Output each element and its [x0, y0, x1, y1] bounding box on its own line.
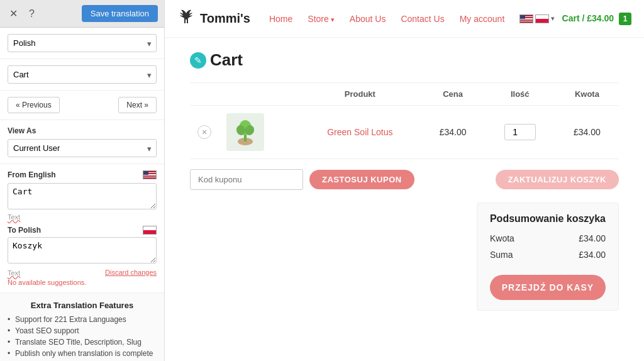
site-logo: Tommi's	[177, 8, 250, 30]
from-english-header: From English	[8, 170, 157, 179]
to-polish-label: To Polish	[8, 226, 41, 235]
kwota-label: Kwota	[490, 233, 514, 243]
cart-summary: Podsumowanie koszyka Kwota £34.00 Suma £…	[477, 203, 619, 311]
suma-label: Suma	[490, 250, 513, 260]
page-title: Cart	[210, 50, 243, 70]
from-english-field-type: Text	[8, 213, 157, 221]
checkout-button[interactable]: PRZEJDŹ DO KASY	[490, 275, 606, 300]
extra-features-list: Support for 221 Extra Languages Yoast SE…	[8, 315, 157, 361]
to-polish-textarea[interactable]: Koszyk	[8, 237, 157, 264]
qty-cell	[485, 106, 555, 159]
summary-kwota-row: Kwota £34.00	[490, 233, 606, 243]
view-as-select[interactable]: Current User	[8, 139, 157, 157]
product-price: £34.00	[440, 127, 467, 137]
coupon-row: ZASTOSUJ KUPON ZAKTUALIZUJ KOSZYK	[190, 169, 619, 190]
table-row: × G	[190, 106, 619, 159]
summary-suma-row: Suma £34.00	[490, 250, 606, 260]
no-suggestions-text: No available suggestions.	[8, 279, 157, 286]
col-remove	[190, 83, 219, 106]
next-button[interactable]: Next »	[118, 97, 157, 113]
deer-logo-icon	[177, 8, 195, 30]
list-item: Support for 221 Extra Languages	[8, 315, 157, 324]
total-cell: £34.00	[555, 106, 619, 159]
logo-text: Tommi's	[200, 11, 250, 26]
col-total: Kwota	[555, 83, 619, 106]
extra-features-section: Extra Translation Features Support for 2…	[0, 293, 164, 361]
product-image-cell	[219, 106, 299, 159]
suma-value: £34.00	[579, 250, 606, 260]
view-as-section: View As Current User	[0, 120, 164, 164]
nav-myaccount[interactable]: My account	[453, 10, 511, 28]
coupon-input[interactable]	[190, 169, 303, 190]
to-polish-field-type: Text	[8, 269, 20, 277]
product-image	[226, 113, 264, 151]
cart-title-icon: ✎	[190, 52, 206, 69]
price-cell: £34.00	[421, 106, 485, 159]
quantity-input[interactable]	[504, 124, 536, 140]
cart-title-row: ✎ Cart	[190, 50, 619, 70]
nav-right: ▾ Cart / £34.00 1	[519, 13, 631, 25]
view-as-label: View As	[8, 126, 157, 135]
nav-buttons-row: « Previous Next »	[0, 91, 164, 120]
save-translation-button[interactable]: Save translation	[82, 5, 158, 22]
from-english-textarea[interactable]: Cart	[8, 183, 157, 209]
summary-title: Podsumowanie koszyka	[490, 213, 606, 225]
language-flag-combo[interactable]: ▾	[519, 14, 555, 23]
col-price: Cena	[421, 83, 485, 106]
language-select-section: Polish	[0, 28, 164, 59]
col-product: Produkt	[299, 83, 421, 106]
help-button[interactable]: ?	[26, 7, 38, 21]
close-button[interactable]: ✕	[6, 6, 21, 21]
site-nav: Tommi's Home Store About Us Contact Us M…	[165, 0, 644, 38]
cart-count-badge: 1	[619, 13, 631, 25]
nav-links: Home Store About Us Contact Us My accoun…	[263, 10, 519, 28]
us-flag-icon	[143, 170, 157, 179]
from-english-label: From English	[8, 170, 56, 179]
nav-about[interactable]: About Us	[343, 10, 392, 28]
nav-store[interactable]: Store	[301, 10, 341, 28]
kwota-value: £34.00	[579, 233, 606, 243]
list-item: Translate SEO Title, Description, Slug	[8, 338, 157, 347]
update-cart-button[interactable]: ZAKTUALIZUJ KOSZYK	[496, 170, 619, 189]
main-content: ✎ Cart Produkt Cena Ilość Kwota ×	[165, 38, 644, 323]
nav-pl-flag-icon	[535, 14, 549, 23]
list-item: Yoast SEO support	[8, 326, 157, 335]
cart-label: Cart / £34.00	[562, 13, 614, 23]
right-panel: Tommi's Home Store About Us Contact Us M…	[165, 0, 644, 361]
list-item: Publish only when translation is complet…	[8, 349, 157, 358]
remove-item-button[interactable]: ×	[197, 125, 211, 139]
to-polish-footer: Text Discard changes	[8, 267, 157, 277]
extra-features-title: Extra Translation Features	[8, 301, 157, 310]
product-total: £34.00	[574, 127, 601, 137]
language-select[interactable]: Polish	[8, 34, 157, 52]
page-select[interactable]: Cart	[8, 65, 157, 84]
prev-button[interactable]: « Previous	[8, 97, 60, 113]
col-image	[219, 83, 299, 106]
nav-contact[interactable]: Contact Us	[394, 10, 450, 28]
top-bar: ✕ ? Save translation	[0, 0, 164, 28]
page-select-section: Cart	[0, 59, 164, 91]
col-qty: Ilość	[485, 83, 555, 106]
summary-wrapper: Podsumowanie koszyka Kwota £34.00 Suma £…	[190, 203, 619, 311]
cart-button[interactable]: Cart / £34.00 1	[562, 13, 631, 25]
cart-table: Produkt Cena Ilość Kwota ×	[190, 82, 619, 159]
apply-coupon-button[interactable]: ZASTOSUJ KUPON	[309, 170, 414, 189]
flag-dropdown-arrow-icon: ▾	[551, 14, 555, 23]
left-panel: ✕ ? Save translation Polish Cart « Previ…	[0, 0, 165, 361]
nav-us-flag-icon	[519, 14, 533, 23]
product-name-cell: Green Soil Lotus	[299, 106, 421, 159]
product-link[interactable]: Green Soil Lotus	[327, 127, 392, 137]
from-english-section: From English Cart Text To Polish Koszyk …	[0, 164, 164, 293]
discard-changes-link[interactable]: Discard changes	[105, 269, 157, 276]
nav-home[interactable]: Home	[263, 10, 299, 28]
remove-cell: ×	[190, 106, 219, 159]
pl-flag-icon	[143, 226, 157, 235]
to-polish-header: To Polish	[8, 226, 157, 235]
